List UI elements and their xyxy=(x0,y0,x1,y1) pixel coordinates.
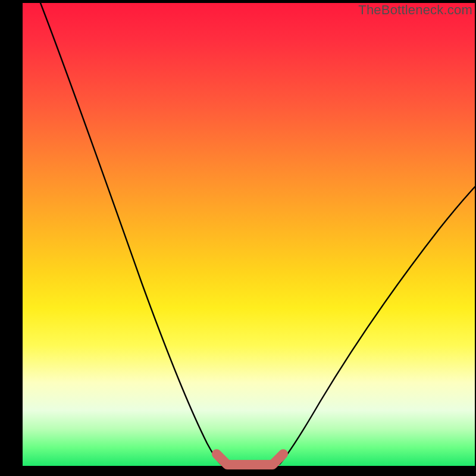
right-curve xyxy=(280,187,475,464)
left-curve xyxy=(40,3,221,464)
bottom-highlight xyxy=(217,454,283,465)
chart-curves xyxy=(23,3,475,466)
chart-frame: TheBottleneck.com xyxy=(0,0,476,476)
